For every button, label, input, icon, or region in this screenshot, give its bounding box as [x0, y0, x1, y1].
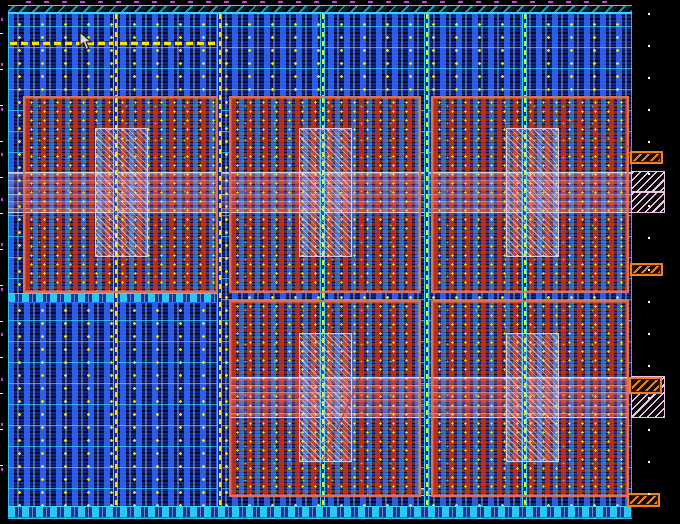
grid-dot — [648, 237, 650, 239]
macro-block-c[interactable] — [431, 96, 629, 293]
ruler-tick-top-magenta — [152, 1, 157, 3]
overlay-cell[interactable] — [299, 128, 352, 257]
grid-dot — [648, 429, 650, 431]
ruler-tick-left-white — [0, 33, 3, 34]
grid-dot — [648, 493, 650, 495]
ruler-tick-top-magenta — [386, 1, 391, 3]
grid-dot — [648, 397, 650, 399]
grid-dot — [648, 45, 650, 47]
macro-block-a[interactable] — [23, 96, 218, 293]
ruler-tick-top-magenta — [350, 1, 355, 3]
grid-dot — [648, 461, 650, 463]
ruler-tick-top-magenta — [512, 1, 517, 3]
macro-block-b[interactable] — [229, 96, 421, 293]
ruler-tick-top-magenta — [62, 1, 67, 3]
grid-dot — [648, 205, 650, 207]
ruler-tick-left-white — [0, 285, 3, 286]
ruler-tick-top-magenta — [422, 1, 427, 3]
ruler-tick-left-magenta — [1, 243, 3, 246]
ruler-tick-left-magenta — [1, 18, 3, 21]
macro-block-e[interactable] — [431, 300, 629, 497]
ruler-tick-top-magenta — [206, 1, 211, 3]
grid-dot — [648, 77, 650, 79]
ruler-tick-left-white — [0, 321, 3, 322]
ruler-tick-top-magenta — [530, 1, 535, 3]
ruler-tick-top-magenta — [476, 1, 481, 3]
ruler-tick-top-magenta — [368, 1, 373, 3]
grid-dot — [648, 269, 650, 271]
overlay-cell[interactable] — [299, 333, 352, 462]
macro-block-d[interactable] — [229, 300, 421, 497]
grid-dot — [648, 141, 650, 143]
pad-right-1[interactable] — [630, 151, 663, 164]
ruler-tick-top-magenta — [170, 1, 175, 3]
ruler-tick-left-white — [0, 465, 3, 466]
ruler-tick-top-magenta — [260, 1, 265, 3]
ruler-tick-top-magenta — [296, 1, 301, 3]
layout-editor-canvas[interactable] — [0, 0, 680, 524]
chip-layout[interactable] — [8, 5, 632, 519]
ruler-tick-top-magenta — [224, 1, 229, 3]
ruler-tick-left-white — [0, 69, 3, 70]
ruler-tick-top-magenta — [494, 1, 499, 3]
ruler-tick-top-magenta — [332, 1, 337, 3]
ruler-tick-left-white — [0, 393, 3, 394]
ruler-tick-left-magenta — [1, 63, 3, 66]
ruler-tick-top-magenta — [404, 1, 409, 3]
ruler-tick-left-white — [0, 105, 3, 106]
overlay-cell[interactable] — [506, 333, 559, 462]
ruler-tick-left-white — [0, 429, 3, 430]
pad-right-4o[interactable] — [629, 377, 662, 394]
ruler-tick-top-magenta — [278, 1, 283, 3]
ruler-tick-left-white — [0, 141, 3, 142]
ruler-tick-top-magenta — [44, 1, 49, 3]
ruler-tick-left-magenta — [1, 153, 3, 156]
ruler-tick-top-magenta — [584, 1, 589, 3]
ruler-tick-top-magenta — [458, 1, 463, 3]
ruler-tick-left-magenta — [1, 423, 3, 426]
overlay-cell[interactable] — [506, 128, 559, 257]
ruler-tick-top-magenta — [314, 1, 319, 3]
ruler-tick-left-magenta — [1, 378, 3, 381]
ruler-tick-top-magenta — [188, 1, 193, 3]
ruler-tick-left-white — [0, 357, 3, 358]
ruler-tick-top-magenta — [242, 1, 247, 3]
ruler-tick-top-magenta — [440, 1, 445, 3]
grid-dot — [648, 365, 650, 367]
ruler-tick-left-magenta — [1, 198, 3, 201]
ruler-tick-left-white — [0, 249, 3, 250]
ruler-tick-top-magenta — [26, 1, 31, 3]
ruler-tick-left-white — [0, 177, 3, 178]
top-power-rail — [8, 5, 632, 14]
column-separator-rail[interactable] — [424, 14, 429, 506]
grid-dot — [648, 301, 650, 303]
ruler-tick-left-magenta — [1, 468, 3, 471]
pad-right-5[interactable] — [627, 493, 660, 507]
grid-dot — [648, 333, 650, 335]
ruler-tick-top-magenta — [548, 1, 553, 3]
ruler-tick-top-magenta — [602, 1, 607, 3]
ruler-tick-top-magenta — [98, 1, 103, 3]
ruler-tick-top-magenta — [134, 1, 139, 3]
ruler-tick-top-magenta — [116, 1, 121, 3]
pad-right-3[interactable] — [630, 263, 663, 276]
ruler-tick-left-magenta — [1, 288, 3, 291]
grid-dot — [648, 13, 650, 15]
ruler-tick-left-magenta — [1, 333, 3, 336]
ruler-tick-left-white — [0, 213, 3, 214]
ruler-tick-top-magenta — [80, 1, 85, 3]
overlay-cell[interactable] — [95, 128, 148, 257]
bottom-power-rail — [8, 506, 632, 518]
pad-right-2b[interactable] — [631, 192, 665, 213]
grid-dot — [648, 109, 650, 111]
ruler-tick-left-magenta — [1, 108, 3, 111]
grid-dot — [648, 173, 650, 175]
ruler-tick-top-magenta — [566, 1, 571, 3]
